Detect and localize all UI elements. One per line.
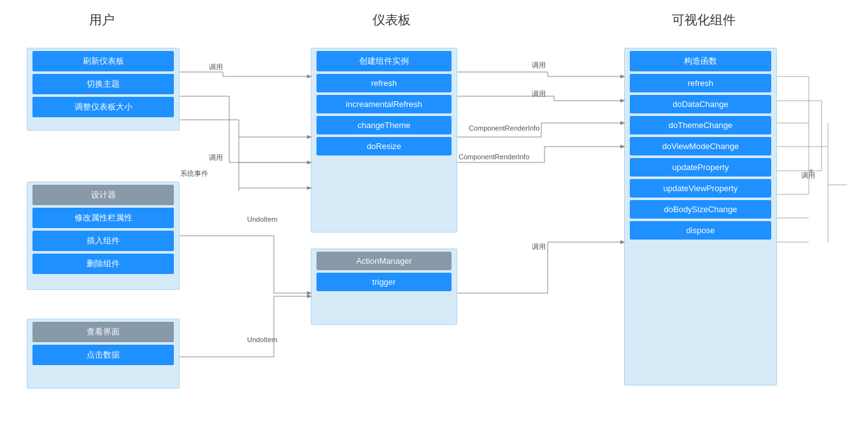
user-panel-1: 刷新仪表板 切换主题 调整仪表板大小 [27, 48, 180, 131]
btn-do-data-change[interactable]: doDataChange [630, 95, 771, 113]
btn-change-theme[interactable]: changeTheme [317, 116, 452, 134]
label-invoke-6: 调用 [801, 171, 815, 180]
btn-switch-theme[interactable]: 切换主题 [32, 74, 174, 94]
btn-increamental-refresh[interactable]: increamentalRefresh [317, 95, 452, 113]
btn-refresh-dashboard[interactable]: 刷新仪表板 [32, 51, 174, 71]
dash-panel-1: 创建组件实例 refresh increamentalRefresh chang… [311, 48, 457, 233]
btn-click-data[interactable]: 点击数据 [32, 345, 174, 365]
btn-designer-label: 设计器 [32, 185, 174, 205]
btn-do-theme-change[interactable]: doThemeChange [630, 116, 771, 134]
btn-resize-dashboard[interactable]: 调整仪表板大小 [32, 97, 174, 117]
btn-dispose[interactable]: dispose [630, 221, 771, 240]
label-component-render-2: ComponentRenderInfo [459, 153, 529, 161]
btn-delete-component[interactable]: 删除组件 [32, 254, 174, 274]
btn-view-interface-label: 查看界面 [32, 322, 174, 342]
col-header-visual: 可视化组件 [624, 11, 783, 29]
user-panel-2: 设计器 修改属性栏属性 插入组件 删除组件 [27, 182, 180, 290]
visual-panel-1: 构造函数 refresh doDataChange doThemeChange … [624, 48, 777, 385]
label-undo-1: UndoItem [247, 215, 278, 223]
col-header-dashboard: 仪表板 [318, 11, 465, 29]
btn-update-view-property[interactable]: updateViewProperty [630, 179, 771, 198]
label-invoke-1: 调用 [209, 62, 223, 72]
label-invoke-2: 调用 [209, 153, 223, 162]
btn-do-body-size-change[interactable]: doBodySizeChange [630, 200, 771, 219]
diagram-container: 用户 仪表板 可视化组件 刷新仪表板 切换主题 调整仪表板大小 设计器 修改属性… [0, 0, 868, 425]
col-header-user: 用户 [38, 11, 166, 29]
btn-modify-property[interactable]: 修改属性栏属性 [32, 208, 174, 228]
label-invoke-4: 调用 [532, 89, 546, 99]
btn-dash-refresh[interactable]: refresh [317, 74, 452, 92]
label-component-render-1: ComponentRenderInfo [469, 124, 539, 132]
btn-do-view-mode-change[interactable]: doViewModeChange [630, 137, 771, 155]
label-system-event: 系统事件 [180, 169, 208, 178]
dash-panel-2: ActionManager trigger [311, 249, 457, 325]
btn-action-manager-label: ActionManager [317, 252, 452, 270]
btn-create-component[interactable]: 创建组件实例 [317, 51, 452, 71]
btn-do-resize[interactable]: doResize [317, 137, 452, 155]
label-undo-2: UndoItem [247, 336, 278, 343]
btn-trigger[interactable]: trigger [317, 273, 452, 291]
btn-visual-refresh[interactable]: refresh [630, 74, 771, 92]
label-invoke-5: 调用 [532, 242, 546, 252]
label-invoke-3: 调用 [532, 61, 546, 70]
user-panel-3: 查看界面 点击数据 [27, 319, 180, 389]
btn-insert-component[interactable]: 插入组件 [32, 231, 174, 251]
btn-update-property[interactable]: updateProperty [630, 158, 771, 176]
btn-constructor[interactable]: 构造函数 [630, 51, 771, 71]
